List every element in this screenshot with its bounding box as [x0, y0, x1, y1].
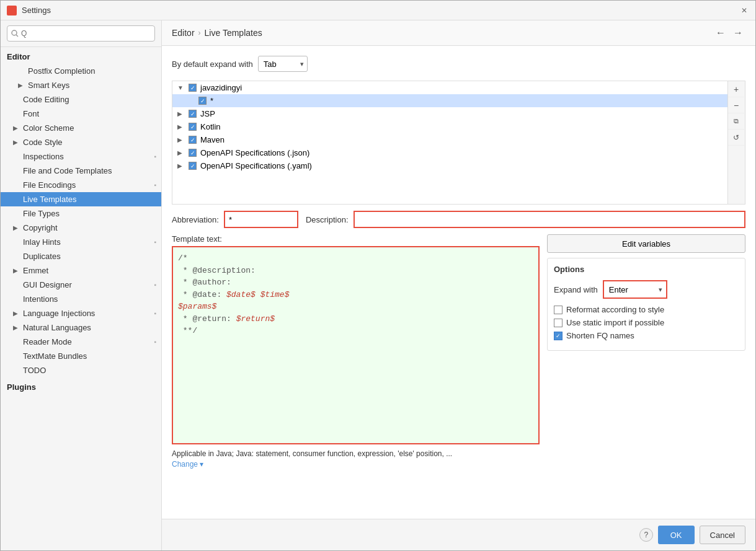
tree-item-javazidingyi[interactable]: ▼ javazidingyi [172, 81, 727, 94]
sidebar-item-live-templates[interactable]: Live Templates [1, 192, 161, 206]
remove-template-button[interactable]: − [728, 97, 744, 113]
sidebar-item-reader-mode[interactable]: Reader Mode [1, 335, 161, 349]
sidebar-item-color-scheme[interactable]: ▶ Color Scheme [1, 121, 161, 135]
sidebar-label-inspections: Inspections [23, 152, 64, 161]
sidebar-item-copyright[interactable]: ▶ Copyright [1, 221, 161, 235]
expand-with-row: Expand with Enter Tab Space [554, 280, 739, 299]
description-input[interactable] [354, 211, 745, 228]
sidebar-label-file-encodings: File Encodings [23, 180, 76, 190]
sidebar-item-intentions[interactable]: Intentions [1, 292, 161, 306]
tree-item-star[interactable]: * [172, 94, 727, 107]
sidebar-item-emmet[interactable]: ▶ Emmet [1, 263, 161, 278]
sidebar-item-gui-designer[interactable]: GUI Designer [1, 278, 161, 292]
sidebar-item-file-and-code-templates[interactable]: File and Code Templates [1, 164, 161, 178]
add-template-button[interactable]: + [728, 81, 744, 97]
tree-checkbox-star[interactable] [198, 97, 207, 105]
sidebar-label-color-scheme: Color Scheme [23, 123, 74, 133]
plugins-section-header: Plugins [1, 377, 161, 394]
static-import-label: Use static import if possible [566, 318, 664, 327]
expand-arrow: ▶ [13, 310, 20, 317]
close-button[interactable]: ✕ [739, 6, 749, 15]
sidebar-label-copyright: Copyright [23, 223, 58, 232]
sidebar-item-font[interactable]: Font [1, 107, 161, 121]
breadcrumb-separator: › [198, 29, 201, 37]
shorten-fq-checkbox[interactable] [554, 332, 563, 340]
tree-label-star: * [210, 96, 213, 105]
tree-label-jsp: JSP [200, 109, 215, 118]
abbreviation-group: Abbreviation: [172, 211, 298, 228]
template-text-editor[interactable]: /* * @description: * @author: * @date: $… [172, 246, 540, 444]
static-import-checkbox[interactable] [554, 319, 563, 327]
static-import-row: Use static import if possible [554, 318, 739, 327]
sidebar-item-duplicates[interactable]: Duplicates [1, 249, 161, 263]
nav-forward-button[interactable]: → [731, 25, 745, 40]
sidebar-label-smart-keys: Smart Keys [28, 81, 69, 90]
abbreviation-label: Abbreviation: [172, 215, 219, 224]
shorten-fq-row: Shorten FQ names [554, 331, 739, 340]
change-link[interactable]: Change ▾ [172, 460, 203, 469]
copy-template-button[interactable]: ⧉ [728, 113, 744, 130]
sidebar-item-textmate-bundles[interactable]: TextMate Bundles [1, 349, 161, 363]
expand-select[interactable]: Tab Enter Space [258, 56, 308, 72]
tree-checkbox-kotlin[interactable] [189, 123, 197, 131]
tree-item-kotlin[interactable]: ▶ Kotlin [172, 120, 727, 133]
tree-checkbox-jsp[interactable] [189, 110, 197, 118]
tree-item-openapi-json[interactable]: ▶ OpenAPI Specifications (.json) [172, 146, 727, 159]
reformat-checkbox[interactable] [554, 306, 563, 314]
expand-with-select[interactable]: Enter Tab Space [604, 281, 666, 298]
breadcrumb-bar: Editor › Live Templates ← → [162, 20, 755, 46]
tree-checkbox-openapi-yaml[interactable] [189, 162, 197, 170]
titlebar: Settings ✕ [1, 1, 755, 20]
tree-checkbox-javazidingyi[interactable] [189, 84, 197, 92]
right-panel: Edit variables Options Expand with Enter… [547, 234, 745, 469]
template-text-wrap: Template text: /* * @description: * @aut… [172, 234, 540, 469]
sidebar-label-code-style: Code Style [23, 138, 63, 147]
sidebar-item-language-injections[interactable]: ▶ Language Injections [1, 306, 161, 320]
sidebar-item-natural-languages[interactable]: ▶ Natural Languages [1, 320, 161, 335]
edit-variables-button[interactable]: Edit variables [547, 234, 745, 253]
sidebar-label-postfix: Postfix Completion [28, 66, 95, 76]
sidebar: Editor Postfix Completion ▶ Smart Keys C… [1, 20, 162, 550]
tree-expand-icon: ▶ [177, 110, 185, 117]
shorten-fq-label: Shorten FQ names [566, 331, 634, 340]
ok-button[interactable]: OK [658, 526, 695, 544]
sidebar-item-inlay-hints[interactable]: Inlay Hints [1, 235, 161, 249]
expand-arrow: ▶ [13, 267, 20, 274]
tree-item-maven[interactable]: ▶ Maven [172, 133, 727, 146]
nav-back-button[interactable]: ← [713, 25, 728, 40]
sidebar-item-file-types[interactable]: File Types [1, 206, 161, 221]
expand-row: By default expand with Tab Enter Space [172, 56, 745, 72]
sidebar-label-natural-langs: Natural Languages [23, 323, 91, 332]
reformat-row: Reformat according to style [554, 305, 739, 314]
cancel-button[interactable]: Cancel [700, 526, 745, 544]
sidebar-label-textmate: TextMate Bundles [23, 351, 87, 361]
help-button[interactable]: ? [639, 528, 653, 542]
tree-expand-icon: ▶ [177, 136, 185, 143]
reset-template-button[interactable]: ↺ [728, 130, 744, 146]
sidebar-label-intentions: Intentions [23, 294, 58, 304]
sidebar-item-code-editing[interactable]: Code Editing [1, 92, 161, 107]
abbreviation-input[interactable] [224, 211, 298, 228]
tree-checkbox-openapi-json[interactable] [189, 149, 197, 157]
tree-item-openapi-yaml[interactable]: ▶ OpenAPI Specifications (.yaml) [172, 159, 727, 172]
content-area: Editor Postfix Completion ▶ Smart Keys C… [1, 20, 755, 550]
tree-item-jsp[interactable]: ▶ JSP [172, 107, 727, 120]
tree-label-javazidingyi: javazidingyi [200, 83, 242, 92]
tree-action-buttons: + − ⧉ ↺ [728, 81, 745, 205]
search-input[interactable] [7, 25, 155, 42]
expand-with-select-wrap: Enter Tab Space [603, 280, 667, 299]
sidebar-item-inspections[interactable]: Inspections [1, 149, 161, 164]
tree-expand-icon: ▶ [177, 162, 185, 169]
fields-row: Abbreviation: Description: [172, 211, 745, 228]
sidebar-item-postfix-completion[interactable]: Postfix Completion [1, 64, 161, 78]
app-icon [7, 6, 17, 15]
sidebar-item-smart-keys[interactable]: ▶ Smart Keys [1, 78, 161, 92]
sidebar-item-todo[interactable]: TODO [1, 363, 161, 377]
sidebar-items: Editor Postfix Completion ▶ Smart Keys C… [1, 47, 161, 550]
sidebar-item-code-style[interactable]: ▶ Code Style [1, 135, 161, 149]
template-text-section: Template text: /* * @description: * @aut… [172, 234, 745, 469]
sidebar-item-file-encodings[interactable]: File Encodings [1, 178, 161, 192]
nav-arrows: ← → [713, 25, 745, 40]
tree-checkbox-maven[interactable] [189, 136, 197, 144]
search-wrap [1, 20, 161, 47]
